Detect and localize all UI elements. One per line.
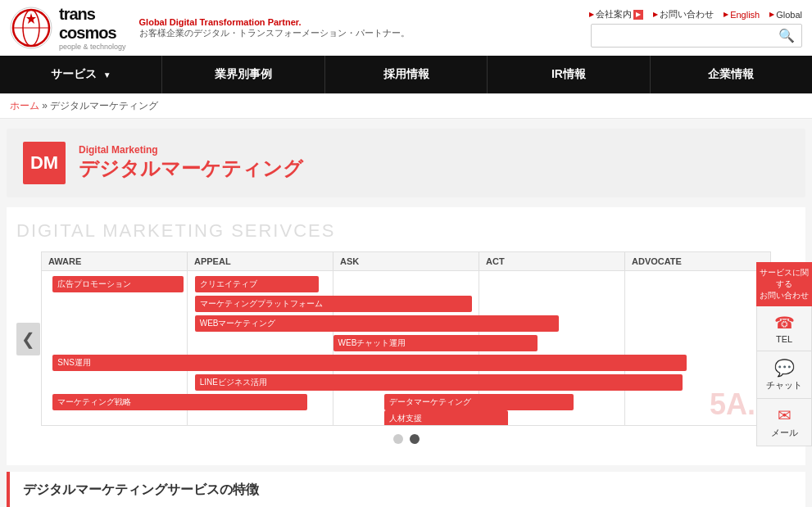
nav-item-services[interactable]: サービス ▼ (0, 56, 162, 93)
nav-item-ir[interactable]: IR情報 (488, 56, 650, 93)
col-header-aware: AWARE (42, 252, 188, 270)
bar-data-marketing: データマーケティング (384, 394, 574, 410)
nav-item-company[interactable]: 企業情報 (651, 56, 812, 93)
breadcrumb-separator: » (42, 100, 50, 111)
section-title-bar: デジタルマーケティングサービスの特徴 (7, 472, 805, 507)
nav-item-industry[interactable]: 業界別事例 (162, 56, 324, 93)
link-english[interactable]: English (724, 10, 760, 20)
contact-sidebar: サービスに関する お問い合わせ ☎ TEL 💬 チャット ✉ メール (756, 262, 812, 446)
chat-icon: 💬 (774, 358, 795, 378)
services-heading: DIGITAL MARKETING SERIVCES (16, 220, 796, 242)
bar-jinzai: 人材支援 (384, 410, 508, 426)
header-right: 会社案内 ▶ お問い合わせ English Global 🔍 (589, 8, 802, 48)
col-header-advocate: ADVOCATE (625, 252, 770, 270)
site-header: transcosmos people & technology Global D… (0, 0, 812, 94)
search-input[interactable] (592, 26, 772, 46)
carousel-prev-button[interactable]: ❮ (16, 323, 40, 355)
col-header-ask: ASK (333, 252, 479, 270)
page-subtitle: Digital Marketing (79, 144, 303, 156)
page-title-area: Digital Marketing デジタルマーケティング (79, 144, 303, 182)
nav-label-careers: 採用情報 (383, 67, 429, 80)
contact-btn-mail[interactable]: ✉ メール (756, 399, 812, 446)
chat-label: チャット (766, 379, 802, 392)
tel-icon: ☎ (774, 313, 795, 333)
contact-header-line1: サービスに関する (760, 267, 809, 290)
top-links: 会社案内 ▶ お問い合わせ English Global (589, 8, 802, 20)
nav-label-ir: IR情報 (551, 67, 586, 80)
breadcrumb-current: デジタルマーケティング (50, 100, 158, 111)
tagline-en: Global Digital Transformation Partner. (139, 17, 410, 27)
page-header-block: DM Digital Marketing デジタルマーケティング (7, 129, 805, 197)
bar-koukoku: 広告プロモーション (52, 276, 184, 292)
link-global[interactable]: Global (769, 10, 802, 20)
carousel-wrapper: ❮ ❯ AWARE APPEAL ASK ACT ADVOCATE 広告プロモー… (16, 251, 796, 426)
tel-label: TEL (776, 334, 792, 344)
bar-marketing-platform: マーケティングプラットフォーム (195, 296, 472, 312)
dm-badge: DM (23, 142, 66, 184)
search-button[interactable]: 🔍 (772, 25, 801, 47)
contact-header-line2: お問い合わせ (760, 290, 809, 301)
mail-icon: ✉ (778, 405, 792, 425)
nav-item-careers[interactable]: 採用情報 (325, 56, 488, 93)
main-nav: サービス ▼ 業界別事例 採用情報 IR情報 企業情報 (0, 56, 812, 93)
tagline-jp: お客様企業のデジタル・トランスフォーメーション・パートナー。 (139, 27, 410, 39)
col-header-appeal: APPEAL (188, 252, 333, 270)
tagline-block: Global Digital Transformation Partner. お… (139, 17, 410, 39)
bar-creative: クリエイティブ (195, 276, 319, 292)
services-caret: ▼ (103, 70, 111, 79)
bar-marketing-strategy: マーケティング戦略 (52, 394, 307, 410)
col-header-act: ACT (479, 252, 625, 270)
link-contact[interactable]: お問い合わせ (653, 8, 714, 20)
company-icon-badge: ▶ (633, 10, 643, 20)
logo-icon (10, 7, 52, 49)
breadcrumb: ホーム » デジタルマーケティング (0, 94, 812, 119)
breadcrumb-home[interactable]: ホーム (10, 100, 39, 111)
mail-label: メール (771, 427, 798, 439)
contact-header: サービスに関する お問い合わせ (756, 262, 812, 306)
services-section: DIGITAL MARKETING SERIVCES ❮ ❯ AWARE APP… (7, 207, 805, 465)
bar-web-chat: WEBチャット運用 (333, 335, 538, 351)
nav-label-industry: 業界別事例 (215, 67, 272, 80)
nav-label-services: サービス (51, 67, 97, 80)
bar-sns: SNS運用 (52, 355, 686, 371)
nav-label-company: 企業情報 (708, 67, 754, 80)
search-bar: 🔍 (591, 24, 802, 48)
logo-area: transcosmos people & technology Global D… (10, 5, 410, 51)
contact-btn-tel[interactable]: ☎ TEL (756, 306, 812, 351)
header-top: transcosmos people & technology Global D… (0, 0, 812, 56)
bar-web-marketing: WEBマーケティング (195, 315, 560, 332)
contact-btn-chat[interactable]: 💬 チャット (756, 351, 812, 399)
carousel-dot-2[interactable] (410, 434, 420, 444)
col-headers-row: AWARE APPEAL ASK ACT ADVOCATE (41, 251, 771, 270)
bar-line: LINEビジネス活用 (195, 374, 683, 391)
section-title-text: デジタルマーケティングサービスの特徴 (23, 482, 259, 496)
link-company[interactable]: 会社案内 ▶ (589, 8, 643, 20)
carousel-dot-1[interactable] (393, 434, 403, 444)
chart-area: 広告プロモーション クリエイティブ マーケティングプラットフォーム WEBマーケ… (41, 270, 771, 426)
logo-text-block: transcosmos people & technology (59, 5, 126, 51)
page-title: デジタルマーケティング (79, 156, 303, 182)
carousel-dots (16, 434, 796, 444)
